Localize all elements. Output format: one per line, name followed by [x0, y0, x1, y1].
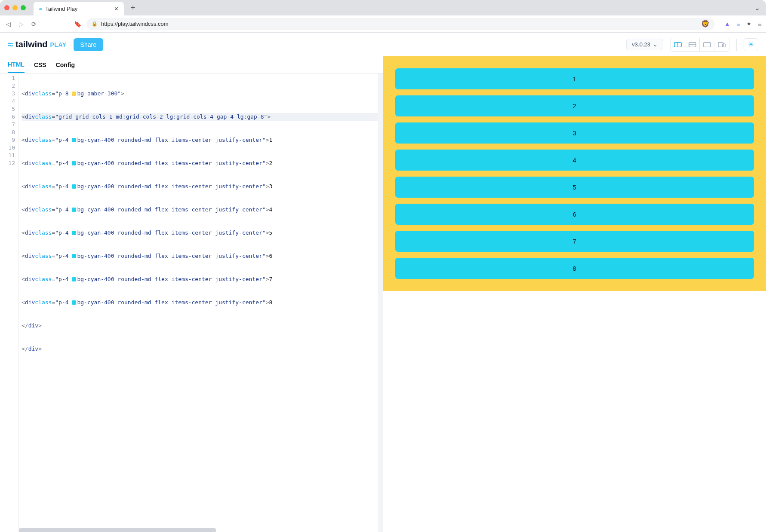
nav-back-button[interactable]: ◁	[4, 21, 12, 28]
close-window-icon[interactable]	[4, 5, 9, 10]
layout-preview-only-button[interactable]	[700, 38, 714, 51]
preview-pane: 1 2 3 4 5 6 7 8	[383, 56, 766, 532]
menu-icon[interactable]: ≡	[758, 20, 762, 28]
tailwind-swoosh-icon: ≈	[8, 39, 13, 50]
tab-strip: ≈ Tailwind Play ✕ + ⌄	[0, 0, 766, 15]
logo-text: tailwind	[15, 40, 47, 49]
logo-play-text: PLAY	[50, 41, 67, 48]
maximize-window-icon[interactable]	[21, 5, 26, 10]
address-bar: ◁ ▷ ⟳ 🔖 🔒 https://play.tailwindcss.com 🦁…	[0, 15, 766, 33]
editor-tabs: HTML CSS Config	[0, 56, 383, 73]
code-content[interactable]: <div class="p-8 bg-amber-300"> <div clas…	[19, 73, 383, 532]
nav-reload-button[interactable]: ⟳	[30, 21, 38, 28]
preview-cell: 2	[395, 95, 754, 116]
preview-cell: 4	[395, 150, 754, 171]
separator	[736, 39, 737, 51]
tailwind-logo[interactable]: ≈ tailwind PLAY	[8, 39, 67, 50]
layout-horizontal-split-button[interactable]	[685, 38, 700, 51]
preview-canvas: 1 2 3 4 5 6 7 8	[383, 56, 766, 291]
window-traffic-lights[interactable]	[4, 5, 26, 10]
close-tab-icon[interactable]: ✕	[114, 6, 119, 12]
sun-icon: ☀	[748, 40, 754, 49]
tab-title: Tailwind Play	[45, 6, 77, 12]
main-split: HTML CSS Config 1 2 3 4 5 6 7 8 9 10 11 …	[0, 56, 766, 532]
tab-html[interactable]: HTML	[8, 57, 25, 73]
shield-icon[interactable]: ▲	[724, 20, 731, 28]
browser-tab[interactable]: ≈ Tailwind Play ✕	[34, 2, 124, 15]
layout-vertical-split-button[interactable]	[671, 38, 685, 51]
tab-favicon-icon: ≈	[39, 6, 42, 12]
app-header: ≈ tailwind PLAY Share v3.0.23 ⌄ ☀	[0, 33, 766, 56]
svg-rect-4	[703, 42, 710, 47]
version-label: v3.0.23	[632, 41, 650, 48]
preview-cell: 7	[395, 231, 754, 252]
preview-cell: 3	[395, 122, 754, 144]
version-select[interactable]: v3.0.23 ⌄	[626, 39, 663, 50]
extensions-icon[interactable]: ✦	[746, 20, 752, 28]
tab-config[interactable]: Config	[56, 57, 75, 73]
editor-pane: HTML CSS Config 1 2 3 4 5 6 7 8 9 10 11 …	[0, 56, 383, 532]
editor-vertical-scrollbar[interactable]	[378, 73, 383, 532]
url-input[interactable]: 🔒 https://play.tailwindcss.com 🦁	[86, 18, 715, 30]
scrollbar-thumb[interactable]	[19, 528, 216, 532]
new-tab-button[interactable]: +	[127, 3, 139, 12]
layout-responsive-button[interactable]	[714, 38, 729, 51]
code-editor[interactable]: 1 2 3 4 5 6 7 8 9 10 11 12 <div class="p…	[0, 73, 383, 532]
bookmark-icon[interactable]: 🔖	[74, 21, 81, 28]
theme-toggle-button[interactable]: ☀	[744, 38, 758, 51]
editor-horizontal-scrollbar[interactable]	[19, 528, 378, 532]
preview-cell: 8	[395, 258, 754, 279]
brave-shield-icon[interactable]: 🦁	[701, 20, 710, 28]
lock-icon: 🔒	[92, 21, 98, 27]
layout-toggle-group	[670, 38, 729, 52]
tuner-icon[interactable]: ≡	[736, 20, 740, 28]
nav-forward-button: ▷	[17, 21, 25, 28]
preview-cell: 1	[395, 68, 754, 89]
tabs-overflow-icon[interactable]: ⌄	[754, 4, 760, 12]
browser-chrome: ≈ Tailwind Play ✕ + ⌄ ◁ ▷ ⟳ 🔖 🔒 https://…	[0, 0, 766, 33]
url-text: https://play.tailwindcss.com	[101, 21, 169, 27]
preview-cell: 5	[395, 177, 754, 198]
minimize-window-icon[interactable]	[12, 5, 18, 10]
tab-css[interactable]: CSS	[34, 57, 46, 73]
share-button[interactable]: Share	[74, 38, 103, 51]
preview-cell: 6	[395, 204, 754, 225]
toolbar-right: ▲ ≡ ✦ ≡	[724, 20, 762, 28]
chevron-down-icon: ⌄	[653, 41, 658, 48]
line-gutter: 1 2 3 4 5 6 7 8 9 10 11 12	[0, 73, 19, 532]
preview-grid: 1 2 3 4 5 6 7 8	[395, 68, 754, 279]
